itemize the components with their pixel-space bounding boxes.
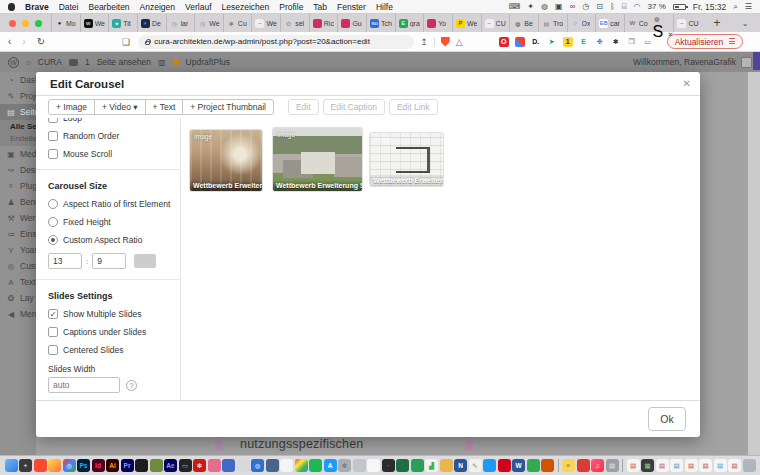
dock-item[interactable] [527, 459, 540, 472]
sidebar-item[interactable]: ✎ Projekte [0, 88, 36, 104]
apple-menu-icon[interactable] [8, 3, 15, 11]
sidebar-item[interactable]: ◎ Customizer [0, 258, 36, 274]
carousel-add-button[interactable]: + Image [48, 99, 95, 115]
dock-item[interactable]: ▭ [179, 459, 192, 472]
extension-icon[interactable]: O [499, 37, 509, 47]
status-bar-icon[interactable]: ◷ [582, 3, 589, 11]
sidebar-item[interactable]: ◀ Menü einklappen [0, 306, 36, 322]
browser-tab[interactable]: Gu [337, 14, 366, 32]
share-icon[interactable]: ↥ [420, 37, 428, 47]
dock-item[interactable] [541, 459, 554, 472]
aspect-first-radio[interactable] [48, 199, 58, 209]
reload-button[interactable]: ↻ [37, 36, 45, 47]
dock-item[interactable] [558, 459, 559, 472]
menu-bar-item[interactable]: Bearbeiten [88, 2, 129, 12]
extension-icon[interactable]: ✤ [595, 37, 605, 47]
update-button[interactable]: Aktualisieren ☰ [667, 34, 744, 49]
dock-item[interactable] [411, 459, 424, 472]
captions-under-row[interactable]: Captions under Slides [48, 327, 180, 337]
dock-item[interactable]: ▤ [627, 459, 640, 472]
browser-tab[interactable]: ◍ Be [509, 14, 538, 32]
dock-item[interactable] [266, 459, 279, 472]
forward-button[interactable]: › [22, 36, 25, 47]
menu-bar-item[interactable]: Tab [313, 2, 327, 12]
centered-slides-checkbox[interactable] [48, 345, 58, 355]
extension-icon[interactable]: ▭ [643, 37, 653, 47]
browser-tab[interactable]: – CU [481, 14, 510, 32]
extension-icon[interactable]: E [579, 37, 589, 47]
sidebar-item[interactable]: ≔ Einstellungen [0, 226, 36, 242]
scrollbar-thumb[interactable] [753, 52, 760, 70]
ratio-width-input[interactable] [48, 253, 82, 269]
dock-item[interactable]: ◎ [63, 459, 76, 472]
loop-checkbox[interactable] [48, 118, 58, 123]
carousel-add-button[interactable]: + Project Thumbnail [182, 99, 274, 115]
dock-item[interactable]: A [324, 459, 337, 472]
status-bar-icon[interactable]: ▣ [555, 3, 563, 11]
dock-item[interactable] [498, 459, 511, 472]
menu-bar-item[interactable]: Fenster [337, 2, 366, 12]
browser-tab[interactable]: EB car [595, 14, 624, 32]
site-name-link[interactable]: CURA [38, 57, 62, 67]
dock-item[interactable] [222, 459, 235, 472]
dock-item[interactable]: ▦ [641, 459, 654, 472]
updraftplus-link[interactable]: UpdraftPlus [186, 57, 230, 67]
dock-item[interactable] [367, 459, 380, 472]
sidebar-item[interactable]: ✑ Design [0, 162, 36, 178]
dock-item[interactable]: ▤ [699, 459, 712, 472]
dock-item[interactable]: Pr [121, 459, 134, 472]
dock-item[interactable]: ✲ [338, 459, 351, 472]
loop-checkbox-row[interactable]: Loop [48, 118, 180, 123]
dock-item[interactable]: W [512, 459, 525, 472]
dock-item[interactable] [237, 459, 250, 472]
browser-tab[interactable]: Yo [423, 14, 452, 32]
close-icon[interactable]: ✕ [683, 78, 691, 89]
dock-item[interactable]: ◍ [251, 459, 264, 472]
dock-item[interactable] [34, 459, 47, 472]
comments-icon[interactable] [69, 59, 78, 66]
ok-button[interactable]: Ok [648, 407, 686, 431]
sidebar-item[interactable]: A Text F [0, 274, 36, 290]
dock-item[interactable] [295, 459, 308, 472]
browser-tab[interactable]: – We [251, 14, 280, 32]
brave-shield-icon[interactable] [441, 37, 450, 47]
back-button[interactable]: ‹ [8, 36, 11, 47]
dock-item[interactable]: Ps [77, 459, 90, 472]
spotlight-search-icon[interactable]: ⌕ [733, 3, 737, 11]
dock-item[interactable]: N [454, 459, 467, 472]
url-text[interactable]: cura-architekten.de/wp-admin/post.php?po… [154, 37, 370, 46]
close-window-button[interactable] [9, 20, 16, 27]
status-bar-icon[interactable]: ⌸ [622, 3, 627, 11]
sidebar-item[interactable]: ⚒ Werkzeuge [0, 210, 36, 226]
dock-item[interactable]: Ai [106, 459, 119, 472]
browser-tab[interactable]: ✦ Tit [108, 14, 137, 32]
browser-tab[interactable]: ◷ We [194, 14, 223, 32]
browser-tab[interactable]: w We [80, 14, 109, 32]
browser-tab[interactable]: E gra [395, 14, 424, 32]
wordpress-logo-icon[interactable]: W [8, 57, 19, 68]
browser-tab[interactable]: Ric [309, 14, 338, 32]
dock-item[interactable] [150, 459, 163, 472]
extension-icon[interactable] [515, 37, 525, 47]
show-multiple-row[interactable]: ✓ Show Multiple Slides [48, 309, 180, 319]
dock-item[interactable]: ▟ [425, 459, 438, 472]
browser-tab[interactable]: ◍ S ✕ [652, 14, 673, 32]
custom-aspect-radio[interactable] [48, 235, 58, 245]
control-center-icon[interactable]: ☰ [745, 3, 752, 11]
centered-slides-row[interactable]: Centered Slides [48, 345, 180, 355]
tab-close-icon[interactable]: ✕ [668, 31, 674, 38]
menu-bar-item[interactable]: Datei [59, 2, 79, 12]
dock-item[interactable] [743, 459, 756, 472]
show-multiple-checkbox[interactable]: ✓ [48, 309, 58, 319]
dock-item[interactable]: ▤ [606, 459, 619, 472]
dock-item[interactable]: ✦ [19, 459, 32, 472]
captions-under-checkbox[interactable] [48, 327, 58, 337]
dock-item[interactable]: Id [92, 459, 105, 472]
carousel-slide-1[interactable]: Image Wettbewerb Erweiterung S [190, 130, 262, 191]
new-tab-button[interactable]: + [704, 14, 730, 32]
browser-tab[interactable]: W Co [624, 14, 653, 32]
menu-bar-item[interactable]: Profile [279, 2, 303, 12]
dock-item[interactable]: ♫ [591, 459, 604, 472]
browser-tab[interactable]: so Tch [366, 14, 395, 32]
dock-item[interactable] [309, 459, 322, 472]
